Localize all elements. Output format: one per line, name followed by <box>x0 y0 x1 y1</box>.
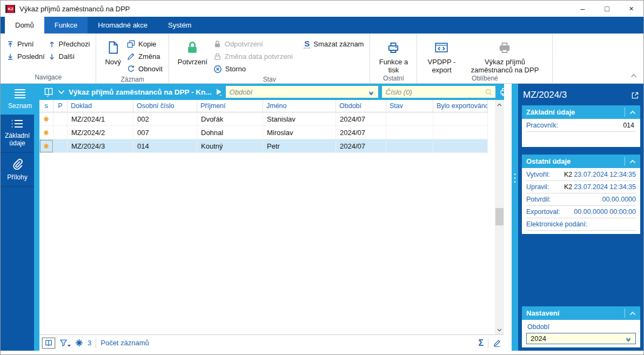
table-row[interactable] <box>39 112 53 126</box>
previous-record-button[interactable]: Předchozi <box>46 38 92 50</box>
detail-row-vytvoril[interactable]: Vytvořil: K223.07.2024 12:34:35 <box>526 169 636 181</box>
close-button[interactable]: × <box>619 1 643 17</box>
tab-system[interactable]: Systém <box>158 17 202 34</box>
sum-icon[interactable]: Σ <box>478 339 484 347</box>
chevron-up-icon[interactable] <box>625 108 636 117</box>
tab-domu[interactable]: Domů <box>5 17 44 34</box>
section-header[interactable]: Základní údaje <box>522 105 640 119</box>
copy-button[interactable]: Kopie <box>125 38 164 50</box>
storno-button[interactable]: Storno <box>212 63 294 75</box>
col-header-obdobi[interactable]: Období <box>336 100 386 112</box>
sidebar-splitter[interactable] <box>34 84 39 351</box>
code-window-icon <box>434 37 448 58</box>
copy-icon <box>127 40 135 48</box>
maximize-button[interactable]: □ <box>595 1 619 17</box>
detail-record-title: MZ/2024/3 <box>523 90 567 101</box>
group-label-zaznam: Záznam <box>96 75 168 84</box>
scrollbar-thumb[interactable] <box>495 208 504 225</box>
ribbon: První Poslední Předchozi Další <box>1 34 643 84</box>
last-record-button[interactable]: Poslední <box>5 50 46 63</box>
tab-funkce[interactable]: Funkce <box>44 17 88 34</box>
detail-row-potvrdil[interactable]: Potvrdil: 00.00.0000 <box>526 193 636 206</box>
period-filter-input[interactable] <box>229 88 367 97</box>
col-header-s[interactable]: s <box>39 100 53 112</box>
arrow-down-icon <box>48 53 56 61</box>
table-row[interactable] <box>39 126 53 139</box>
next-record-button[interactable]: Další <box>46 50 92 63</box>
edit-pencil-icon[interactable] <box>493 339 501 347</box>
filter-button[interactable] <box>59 339 71 347</box>
ribbon-collapse-icon[interactable] <box>630 71 637 81</box>
section-header[interactable]: Ostatní údaje <box>522 155 640 168</box>
confirm-button[interactable]: Potvrzení <box>173 36 212 66</box>
scroll-up-icon[interactable] <box>495 100 504 109</box>
ribbon-group-stav: Potvrzení Odpotvrzení Změna data potvrze… <box>169 34 371 83</box>
sidebar-item-seznam[interactable]: Seznam <box>1 84 39 115</box>
chevron-up-icon[interactable] <box>625 157 636 166</box>
field-user: K2 <box>564 171 572 178</box>
storno-label: Storno <box>225 65 246 73</box>
print-list-icon[interactable] <box>499 87 509 97</box>
vertical-scrollbar[interactable] <box>495 100 504 334</box>
detail-list-icon <box>2 119 33 128</box>
detail-row-elektronicke-podani[interactable]: Elektronické podání: <box>526 218 636 231</box>
detail-row-pracovnik[interactable]: Pracovník: 014 <box>526 119 636 132</box>
sidebar-item-prilohy[interactable]: Přílohy <box>1 153 34 187</box>
field-value: 23.07.2024 12:34:35 <box>574 171 636 178</box>
document-icon <box>106 37 120 58</box>
period-setting-field[interactable] <box>526 333 636 344</box>
chevron-up-icon[interactable] <box>625 309 636 318</box>
change-confirm-date-button[interactable]: Změna data potvrzení <box>212 50 294 63</box>
ribbon-tab-bar: Domů Funkce Hromadné akce Systém <box>1 17 643 34</box>
refresh-icon <box>127 65 135 73</box>
book-icon[interactable] <box>43 87 54 97</box>
minimize-button[interactable]: – <box>571 1 595 17</box>
functions-print-button[interactable]: Funkce a tisk <box>374 36 412 74</box>
col-header-prijmeni[interactable]: Příjmení <box>197 100 263 112</box>
delete-record-button[interactable]: S Smazat záznam <box>302 38 365 50</box>
tab-hromadne-akce[interactable]: Hromadné akce <box>88 17 158 34</box>
field-label: Pracovník: <box>526 122 558 129</box>
browse-header: Výkaz příjmů zaměstnanců na DPP - Kn... <box>39 84 504 100</box>
browse-panel: Výkaz příjmů zaměstnanců na DPP - Kn... <box>39 84 512 351</box>
favorite-report-button[interactable]: Výkaz příjmů zaměstnanců na DPP <box>461 36 548 74</box>
dropdown-dots-icon[interactable] <box>625 335 633 342</box>
col-header-p[interactable]: P <box>53 100 68 112</box>
detail-panel: MZ/2024/3 Základní údaje Pracovník: 014 <box>518 84 643 351</box>
refresh-button[interactable]: Obnovit <box>125 63 164 75</box>
play-icon[interactable] <box>216 88 222 96</box>
number-filter-field[interactable] <box>382 86 495 98</box>
panel-splitter[interactable] <box>512 84 518 351</box>
col-header-exportovano[interactable]: Bylo exportováno <box>433 100 488 112</box>
left-sidebar: Seznam Základní údaje Přílohy <box>1 84 39 351</box>
period-filter-field[interactable] <box>226 86 378 98</box>
col-header-osobni-cislo[interactable]: Osobní číslo <box>133 100 197 112</box>
section-header[interactable]: Nastavení <box>522 306 640 320</box>
sidebar-item-zakladni-udaje[interactable]: Základní údaje <box>1 115 34 153</box>
period-setting-input[interactable] <box>529 334 625 343</box>
new-record-button[interactable]: Nový <box>100 36 125 66</box>
detail-row-upravil[interactable]: Upravil: K223.07.2024 12:34:35 <box>526 181 636 193</box>
number-filter-input[interactable] <box>385 88 485 97</box>
refresh-label: Obnovit <box>138 65 163 73</box>
printer-icon <box>387 37 400 58</box>
vpdpp-export-button[interactable]: VPDPP - export <box>421 36 461 74</box>
col-header-doklad[interactable]: Doklad <box>68 100 133 112</box>
open-detail-icon[interactable] <box>631 91 639 99</box>
unconfirm-button[interactable]: Odpotvrzení <box>212 38 294 50</box>
col-header-stav[interactable]: Stav <box>386 100 433 112</box>
dropdown-dots-icon[interactable] <box>367 89 375 96</box>
field-value: 23.07.2024 12:34:35 <box>574 183 636 191</box>
divider <box>96 338 96 348</box>
first-record-button[interactable]: První <box>5 38 46 50</box>
edit-button[interactable]: Změna <box>125 50 164 63</box>
col-header-jmeno[interactable]: Jméno <box>263 100 336 112</box>
book-view-button[interactable] <box>42 338 55 349</box>
splitter-handle[interactable] <box>514 173 516 183</box>
detail-row-exportoval[interactable]: Exportoval: 00.00.0000 00:00:00 <box>526 206 636 218</box>
chevron-down-icon[interactable] <box>58 90 65 95</box>
section-zakladni-udaje: Základní údaje Pracovník: 014 <box>522 105 640 147</box>
scroll-down-icon[interactable] <box>495 325 504 334</box>
functions-print-label: Funkce a tisk <box>379 58 408 74</box>
sidebar-item-seznam-label: Seznam <box>8 102 32 110</box>
